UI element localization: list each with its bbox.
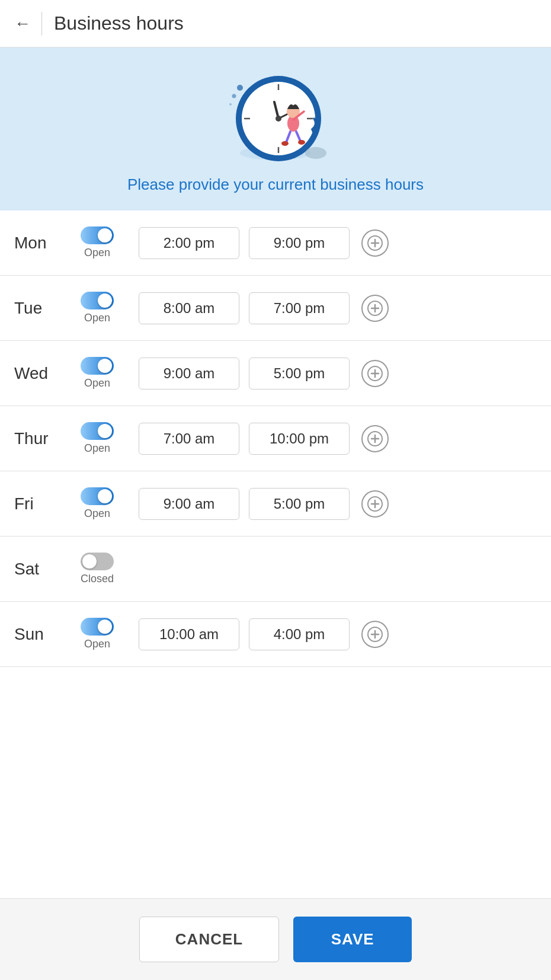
day-label-thur: Thur bbox=[14, 429, 73, 448]
svg-point-21 bbox=[305, 147, 326, 159]
toggle-container-wed: Open bbox=[73, 357, 121, 390]
time-fields-mon: 2:00 pm9:00 pm bbox=[139, 227, 537, 259]
days-container: MonOpen2:00 pm9:00 pmTueOpen8:00 am7:00 … bbox=[0, 210, 551, 898]
page-title: Business hours bbox=[54, 12, 184, 34]
time-fields-thur: 7:00 am10:00 pm bbox=[139, 423, 537, 455]
time-fields-sun: 10:00 am4:00 pm bbox=[139, 618, 537, 650]
plus-icon-wed bbox=[367, 365, 383, 382]
add-hours-button-tue[interactable] bbox=[359, 292, 391, 324]
toggle-container-mon: Open bbox=[73, 226, 121, 259]
start-time-sun[interactable]: 10:00 am bbox=[139, 618, 239, 650]
day-label-tue: Tue bbox=[14, 299, 73, 318]
end-time-tue[interactable]: 7:00 pm bbox=[249, 292, 350, 324]
toggle-fri[interactable] bbox=[81, 487, 114, 505]
header-divider bbox=[41, 12, 42, 36]
toggle-label-wed: Open bbox=[84, 377, 110, 390]
svg-point-1 bbox=[237, 85, 243, 91]
add-circle-icon-thur bbox=[361, 425, 389, 452]
toggle-thumb-tue bbox=[98, 293, 112, 308]
day-row-fri: FriOpen9:00 am5:00 pm bbox=[0, 471, 551, 537]
end-time-fri[interactable]: 5:00 pm bbox=[249, 488, 350, 520]
svg-point-13 bbox=[276, 116, 281, 122]
svg-point-19 bbox=[298, 140, 305, 145]
add-circle-icon-fri bbox=[361, 490, 389, 518]
header: ← Business hours bbox=[0, 0, 551, 47]
day-label-sun: Sun bbox=[14, 625, 73, 644]
day-row-tue: TueOpen8:00 am7:00 pm bbox=[0, 276, 551, 341]
day-label-wed: Wed bbox=[14, 364, 73, 383]
toggle-container-thur: Open bbox=[73, 422, 121, 455]
svg-point-18 bbox=[281, 141, 289, 146]
toggle-label-sat: Closed bbox=[81, 573, 114, 585]
footer: CANCEL SAVE bbox=[0, 898, 551, 980]
back-icon: ← bbox=[14, 14, 31, 33]
toggle-label-thur: Open bbox=[84, 442, 110, 455]
add-hours-button-fri[interactable] bbox=[359, 488, 391, 520]
day-label-sat: Sat bbox=[14, 560, 73, 579]
time-fields-fri: 9:00 am5:00 pm bbox=[139, 488, 537, 520]
day-row-sun: SunOpen10:00 am4:00 pm bbox=[0, 602, 551, 667]
toggle-wed[interactable] bbox=[81, 357, 114, 375]
day-label-mon: Mon bbox=[14, 234, 73, 253]
start-time-wed[interactable]: 9:00 am bbox=[139, 357, 239, 390]
add-circle-icon-wed bbox=[361, 360, 389, 387]
toggle-label-fri: Open bbox=[84, 507, 110, 520]
start-time-tue[interactable]: 8:00 am bbox=[139, 292, 239, 324]
end-time-sun[interactable]: 4:00 pm bbox=[249, 618, 350, 650]
toggle-thumb-sat bbox=[82, 554, 97, 569]
toggle-label-tue: Open bbox=[84, 312, 110, 324]
time-fields-tue: 8:00 am7:00 pm bbox=[139, 292, 537, 324]
add-hours-button-sun[interactable] bbox=[359, 618, 391, 650]
back-button[interactable]: ← bbox=[14, 14, 41, 33]
add-circle-icon-sun bbox=[361, 621, 389, 648]
svg-point-2 bbox=[232, 94, 236, 98]
day-row-thur: ThurOpen7:00 am10:00 pm bbox=[0, 406, 551, 471]
toggle-thumb-fri bbox=[98, 489, 112, 503]
banner-subtitle: Please provide your current business hou… bbox=[127, 175, 424, 194]
toggle-tue[interactable] bbox=[81, 292, 114, 309]
toggle-mon[interactable] bbox=[81, 226, 114, 244]
day-label-fri: Fri bbox=[14, 494, 73, 513]
banner-illustration bbox=[222, 65, 329, 166]
toggle-container-tue: Open bbox=[73, 292, 121, 324]
start-time-fri[interactable]: 9:00 am bbox=[139, 488, 239, 520]
end-time-wed[interactable]: 5:00 pm bbox=[249, 357, 350, 390]
time-fields-wed: 9:00 am5:00 pm bbox=[139, 357, 537, 390]
cancel-button[interactable]: CANCEL bbox=[139, 917, 279, 962]
day-row-mon: MonOpen2:00 pm9:00 pm bbox=[0, 210, 551, 276]
banner: Please provide your current business hou… bbox=[0, 47, 551, 210]
day-row-wed: WedOpen9:00 am5:00 pm bbox=[0, 341, 551, 406]
end-time-thur[interactable]: 10:00 pm bbox=[249, 423, 350, 455]
plus-icon-sun bbox=[367, 626, 383, 643]
save-button[interactable]: SAVE bbox=[293, 917, 412, 962]
add-hours-button-mon[interactable] bbox=[359, 227, 391, 259]
plus-icon-mon bbox=[367, 235, 383, 251]
toggle-container-sun: Open bbox=[73, 618, 121, 650]
plus-icon-fri bbox=[367, 496, 383, 512]
toggle-thur[interactable] bbox=[81, 422, 114, 440]
toggle-thumb-sun bbox=[98, 620, 112, 634]
toggle-sat[interactable] bbox=[81, 553, 114, 570]
add-circle-icon-mon bbox=[361, 229, 389, 257]
add-hours-button-thur[interactable] bbox=[359, 423, 391, 455]
plus-icon-tue bbox=[367, 300, 383, 317]
start-time-thur[interactable]: 7:00 am bbox=[139, 423, 239, 455]
toggle-thumb-wed bbox=[98, 359, 112, 373]
toggle-sun[interactable] bbox=[81, 618, 114, 636]
toggle-container-fri: Open bbox=[73, 487, 121, 520]
toggle-label-sun: Open bbox=[84, 638, 110, 650]
plus-icon-thur bbox=[367, 430, 383, 447]
end-time-mon[interactable]: 9:00 pm bbox=[249, 227, 350, 259]
start-time-mon[interactable]: 2:00 pm bbox=[139, 227, 239, 259]
toggle-thumb-mon bbox=[98, 228, 112, 242]
day-row-sat: SatClosed bbox=[0, 537, 551, 602]
toggle-container-sat: Closed bbox=[73, 553, 121, 585]
svg-point-4 bbox=[229, 103, 232, 106]
add-circle-icon-tue bbox=[361, 295, 389, 322]
toggle-thumb-thur bbox=[98, 424, 112, 438]
toggle-label-mon: Open bbox=[84, 247, 110, 259]
add-hours-button-wed[interactable] bbox=[359, 357, 391, 390]
